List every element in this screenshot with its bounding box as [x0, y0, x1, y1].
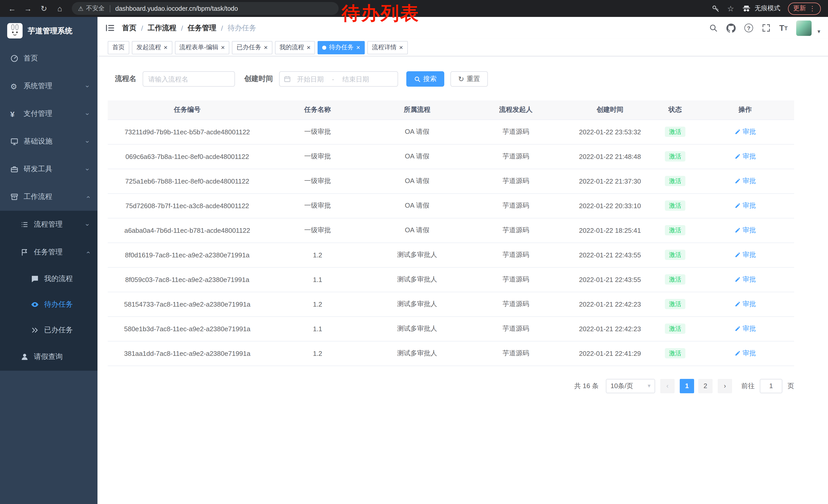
breadcrumb-item[interactable]: 首页	[122, 23, 136, 33]
goto-page-input[interactable]	[760, 379, 782, 393]
cell-created: 2022-01-22 20:33:10	[566, 193, 654, 218]
end-date-input[interactable]	[337, 75, 374, 83]
toolbox-icon	[10, 165, 24, 173]
cell-action: 审批	[696, 316, 794, 341]
sidebar-item-payment-mgmt[interactable]: ¥支付管理›	[0, 100, 97, 128]
page-button-2[interactable]: 2	[698, 379, 713, 393]
fullscreen-icon[interactable]	[762, 24, 771, 32]
approve-link[interactable]: 审批	[734, 152, 756, 161]
table-body: 73211d9d-7b9b-11ec-b5b7-acde48001122一级审批…	[108, 120, 794, 366]
start-date-input[interactable]	[292, 75, 329, 83]
update-button[interactable]: 更新 ⋮	[788, 2, 821, 15]
approve-link[interactable]: 审批	[734, 324, 756, 333]
sidebar-item-workflow[interactable]: 工作流程›	[0, 183, 97, 211]
status-badge: 激活	[665, 127, 686, 137]
process-name-input[interactable]	[142, 71, 235, 87]
tab-label: 发起流程	[136, 43, 161, 52]
approve-link[interactable]: 审批	[734, 176, 756, 186]
close-icon[interactable]: ×	[221, 44, 225, 51]
approve-link[interactable]: 审批	[734, 201, 756, 210]
status-badge: 激活	[665, 225, 686, 235]
github-icon[interactable]	[727, 23, 736, 33]
close-icon[interactable]: ×	[399, 44, 403, 51]
todo-task-table: 任务编号任务名称所属流程流程发起人创建时间状态操作 73211d9d-7b9b-…	[108, 100, 794, 366]
approve-link[interactable]: 审批	[734, 250, 756, 260]
close-icon[interactable]: ×	[264, 44, 267, 51]
address-bar[interactable]: ⚠ 不安全 dashboard.yudao.iocoder.cn/bpm/tas…	[72, 2, 339, 15]
tab-todo-tasks[interactable]: 待办任务×	[318, 41, 365, 54]
home-button[interactable]: ⌂	[53, 2, 67, 15]
cell-status: 激活	[654, 267, 696, 292]
reload-button[interactable]: ↻	[37, 2, 51, 15]
monitor-icon	[10, 137, 24, 146]
content: 流程名 创建时间 - 搜索	[97, 56, 828, 504]
sidebar-item-done-task[interactable]: 已办任务	[0, 317, 97, 343]
cell-task-id: 58154733-7ac8-11ec-a9e2-a2380e71991a	[108, 292, 267, 316]
help-icon[interactable]: ?	[744, 24, 753, 32]
status-badge: 激活	[665, 324, 686, 334]
breadcrumb-item[interactable]: 任务管理	[188, 23, 216, 33]
sidebar-item-infrastructure[interactable]: 基础设施›	[0, 128, 97, 155]
page-button-1[interactable]: 1	[680, 379, 694, 393]
tab-done-tasks[interactable]: 已办任务×	[232, 41, 272, 54]
close-icon[interactable]: ×	[164, 44, 167, 51]
cell-created: 2022-01-21 22:42:23	[566, 292, 654, 316]
cell-initiator: 芋道源码	[466, 242, 566, 267]
logo[interactable]: 芋道管理系统	[0, 17, 97, 45]
flag-icon	[20, 248, 34, 256]
prev-page-button[interactable]: ‹	[660, 379, 675, 393]
tab-my-processes[interactable]: 我的流程×	[275, 41, 315, 54]
approve-link[interactable]: 审批	[734, 127, 756, 136]
chevron-down-icon: ›	[84, 85, 92, 87]
sidebar-item-dev-tools[interactable]: 研发工具›	[0, 155, 97, 183]
hamburger-icon[interactable]	[105, 23, 115, 33]
back-button[interactable]: ←	[5, 2, 19, 15]
tab-launch-process[interactable]: 发起流程×	[132, 41, 172, 54]
reset-button[interactable]: ↻ 重置	[450, 71, 488, 87]
close-icon[interactable]: ×	[356, 44, 360, 51]
sidebar-item-my-process[interactable]: 我的流程	[0, 266, 97, 292]
screen: ← → ↻ ⌂ ⚠ 不安全 dashboard.yudao.iocoder.cn…	[0, 0, 828, 504]
forward-button[interactable]: →	[21, 2, 35, 15]
cell-task-id: 069c6a63-7b8a-11ec-8ef0-acde48001122	[108, 144, 267, 169]
tab-home[interactable]: 首页	[108, 41, 129, 54]
column-header: 流程发起人	[466, 100, 566, 120]
tab-form-edit[interactable]: 流程表单-编辑×	[175, 41, 229, 54]
gear-icon: ⚙	[10, 82, 24, 90]
font-size-icon[interactable]: TT	[779, 23, 788, 33]
close-icon[interactable]: ×	[307, 44, 310, 51]
status-badge: 激活	[665, 200, 686, 211]
approve-link[interactable]: 审批	[734, 300, 756, 309]
date-range-picker[interactable]: -	[279, 71, 398, 87]
cell-status: 激活	[654, 169, 696, 193]
avatar[interactable]	[796, 20, 812, 36]
approve-link[interactable]: 审批	[734, 275, 756, 284]
approve-link[interactable]: 审批	[734, 349, 756, 358]
search-button[interactable]: 搜索	[406, 71, 444, 87]
breadcrumb: 首页/工作流程/任务管理/待办任务	[122, 23, 256, 33]
sidebar: 芋道管理系统 首页⚙系统管理›¥支付管理›基础设施›研发工具›工作流程›流程管理…	[0, 17, 97, 504]
bookmark-star-icon[interactable]: ☆	[727, 4, 734, 13]
approve-link[interactable]: 审批	[734, 226, 756, 235]
tab-process-detail[interactable]: 流程详情×	[367, 41, 408, 54]
sidebar-item-leave-query[interactable]: 请假查询	[0, 343, 97, 371]
sidebar-item-home[interactable]: 首页	[0, 45, 97, 72]
sidebar-item-todo-task[interactable]: 待办任务	[0, 292, 97, 317]
tab-label: 首页	[112, 43, 125, 52]
next-page-button[interactable]: ›	[718, 379, 732, 393]
table-row: 73211d9d-7b9b-11ec-b5b7-acde48001122一级审批…	[108, 120, 794, 144]
chevron-down-icon: ▾	[648, 382, 651, 389]
cell-task-id: 73211d9d-7b9b-11ec-b5b7-acde48001122	[108, 120, 267, 144]
password-key-icon[interactable]	[711, 4, 719, 12]
sidebar-item-system-mgmt[interactable]: ⚙系统管理›	[0, 72, 97, 100]
security-chip[interactable]: ⚠ 不安全	[78, 4, 105, 13]
breadcrumb-item[interactable]: 工作流程	[148, 23, 176, 33]
table-row: 8f059c03-7ac8-11ec-a9e2-a2380e71991a1.1测…	[108, 267, 794, 292]
cell-process: OA 请假	[368, 144, 466, 169]
search-icon[interactable]	[709, 24, 718, 32]
edit-icon	[734, 178, 741, 184]
cell-status: 激活	[654, 341, 696, 366]
sidebar-item-process-mgmt[interactable]: 流程管理›	[0, 211, 97, 238]
sidebar-item-task-mgmt[interactable]: 任务管理›	[0, 238, 97, 266]
page-size-select[interactable]: 10条/页 ▾	[606, 379, 655, 393]
